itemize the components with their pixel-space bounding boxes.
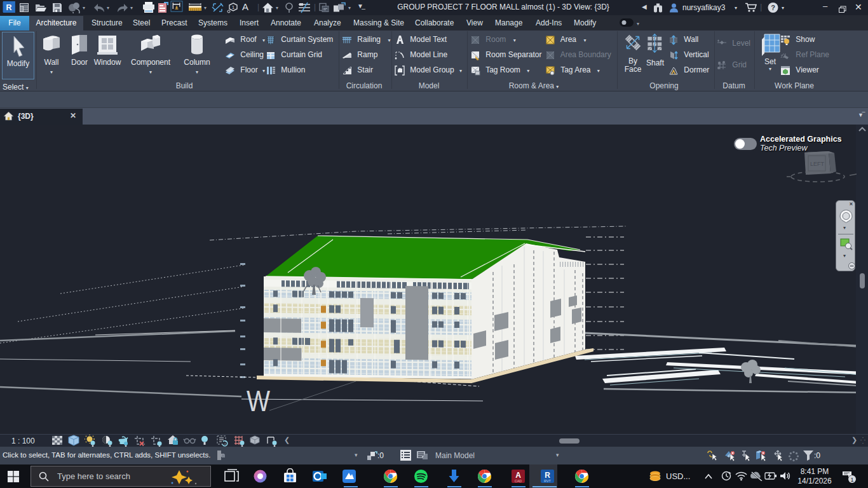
svg-text:1: 1 [850, 477, 853, 483]
svg-text:LEFT: LEFT [810, 161, 825, 167]
svg-text:CAD: CAD [515, 479, 522, 483]
svg-text:RVT: RVT [544, 479, 552, 483]
svg-text:W: W [247, 384, 271, 417]
svg-text:?: ? [771, 4, 775, 11]
